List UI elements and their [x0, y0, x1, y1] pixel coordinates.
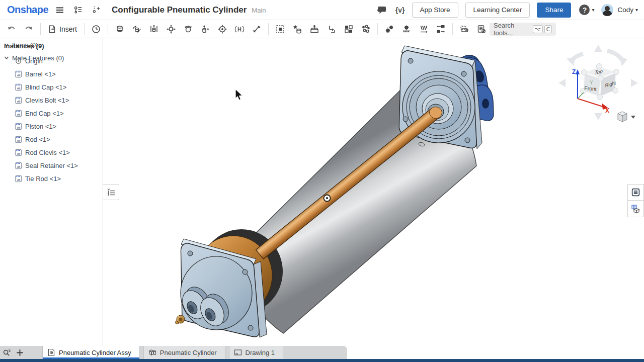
part-icon: [15, 83, 22, 91]
main-menu-icon[interactable]: [53, 4, 66, 17]
comment-icon[interactable]: [375, 4, 388, 17]
replicate-icon[interactable]: [325, 22, 339, 36]
cylindrical-mate-icon[interactable]: [198, 22, 212, 36]
rack-and-pinion-relation-icon[interactable]: [399, 22, 414, 36]
undo-icon[interactable]: [5, 22, 19, 36]
version-state-icon[interactable]: {v}: [395, 6, 405, 14]
instance-tie-rod-1[interactable]: Tie Rod <1>: [0, 172, 103, 185]
avatar[interactable]: [601, 4, 613, 16]
clevis-bolt-part[interactable]: [176, 315, 185, 324]
view-cube-top-label: Top: [594, 68, 603, 75]
part-icon: [15, 110, 22, 117]
help-icon[interactable]: ?: [579, 5, 590, 15]
chevron-down-icon: [631, 116, 635, 119]
revolute-mate-icon[interactable]: [130, 22, 144, 36]
instance-origin[interactable]: Origin: [0, 54, 103, 67]
group-icon[interactable]: [273, 22, 287, 36]
axis-z-label: Z: [572, 68, 576, 75]
instance-label: Barrel <1>: [25, 70, 56, 78]
part-icon: [15, 123, 22, 130]
bom-panel-button[interactable]: [627, 184, 644, 201]
roll-right-arrow: [607, 51, 623, 61]
instance-rod-1[interactable]: Rod <1>: [0, 133, 103, 146]
rod-part[interactable]: [256, 107, 442, 259]
parallel-mate-icon[interactable]: [232, 22, 247, 36]
assembly-icon: [47, 348, 55, 356]
help-chevron-icon[interactable]: ▾: [592, 7, 594, 13]
shortcut-key-alt: ⌥: [533, 25, 543, 33]
instance-label: Tie Rod <1>: [25, 175, 61, 183]
instance-seal-retainer-1[interactable]: Seal Retainer <1>: [0, 159, 103, 172]
slider-mate-icon[interactable]: [147, 22, 161, 36]
branch-icon[interactable]: [90, 4, 103, 17]
part-icon: [15, 175, 22, 183]
origin-marker[interactable]: [324, 195, 331, 202]
versions-icon[interactable]: [71, 4, 85, 17]
instance-label: Blind Cap <1>: [25, 83, 66, 91]
workspace-name[interactable]: Main: [252, 7, 266, 14]
barrel-part[interactable]: [245, 84, 476, 333]
share-button[interactable]: Share: [537, 3, 571, 18]
axis-x-label: X: [605, 107, 609, 114]
instance-piston-1[interactable]: Piston <1>: [0, 120, 103, 133]
app-store-button[interactable]: App Store: [412, 3, 458, 18]
tab-drawing-1[interactable]: Drawing 1: [229, 346, 284, 359]
footer-strip: [0, 359, 644, 362]
tab-manager-icon[interactable]: [0, 346, 13, 358]
mouse-cursor: [235, 89, 243, 100]
fastened-mate-icon[interactable]: [113, 22, 127, 36]
tab-pneumatic-cylinder[interactable]: Pneumatic Cylinder: [143, 346, 225, 359]
rotate-down-arrow: [594, 113, 602, 120]
explode-icon[interactable]: [359, 22, 373, 36]
redo-icon[interactable]: [22, 22, 36, 36]
instance-clevis-bolt-1[interactable]: Clevis Bolt <1>: [0, 94, 103, 107]
hidden-instances-icon[interactable]: [474, 22, 489, 36]
document-tab-bar: Pneumatic Cylinder Assy Pneumatic Cylind…: [0, 346, 644, 359]
instance-end-cap-1[interactable]: End Cap <1>: [0, 107, 103, 120]
view-cube-front-label: Front: [584, 85, 597, 92]
onshape-logo[interactable]: Onshape: [7, 4, 48, 16]
instance-rod-clevis-1[interactable]: Rod Clevis <1>: [0, 146, 103, 159]
smart-fasteners-icon[interactable]: [307, 22, 321, 36]
pin-slot-mate-icon[interactable]: [215, 22, 229, 36]
panel-flyout-toggle[interactable]: [103, 184, 119, 200]
rotate-right-arrow: [631, 79, 638, 87]
seal-retainer-part[interactable]: [195, 229, 283, 315]
rotate-up-arrow: [594, 45, 602, 52]
ball-mate-icon[interactable]: [181, 22, 195, 36]
mate-connector-icon[interactable]: [290, 22, 304, 36]
document-title[interactable]: Configurable Pneumatic Cylinder: [112, 5, 247, 15]
instance-barrel-1[interactable]: Barrel <1>: [0, 67, 103, 80]
end-cap-part[interactable]: [399, 46, 482, 149]
insert-button[interactable]: Insert: [44, 22, 81, 36]
instance-label: Clevis Bolt <1>: [25, 97, 69, 104]
tab-pneumatic-cylinder-assy[interactable]: Pneumatic Cylinder Assy: [42, 346, 140, 359]
pattern-icon[interactable]: [342, 22, 356, 36]
blind-cap-part[interactable]: [176, 239, 267, 337]
learning-center-button[interactable]: Learning Center: [465, 3, 530, 18]
tangent-mate-icon[interactable]: [250, 22, 264, 36]
view-mode-dropdown[interactable]: [618, 112, 635, 122]
user-name[interactable]: Cody: [617, 6, 633, 14]
tab-label: Drawing 1: [246, 349, 275, 356]
belt-relation-icon[interactable]: [434, 22, 448, 36]
view-cube-top-face: [584, 66, 616, 78]
section-view-icon[interactable]: [457, 22, 471, 36]
view-cube-right-face: [600, 72, 616, 97]
instance-label: Piston <1>: [25, 123, 56, 130]
mate-icon[interactable]: [89, 22, 103, 36]
part-icon: [15, 70, 22, 78]
gear-relation-icon[interactable]: [382, 22, 396, 36]
drawing-icon: [234, 348, 242, 356]
view-cube[interactable]: Top Front Right Y: [558, 45, 638, 120]
configuration-panel-button[interactable]: [627, 201, 644, 217]
instances-header: Instances (9): [4, 42, 44, 50]
screw-relation-icon[interactable]: [417, 22, 431, 36]
rod-clevis-part[interactable]: [454, 55, 494, 121]
planar-mate-icon[interactable]: [164, 22, 178, 36]
search-tools-input[interactable]: Search tools... ⌥ C: [490, 23, 556, 36]
shortcut-key-c: C: [544, 25, 552, 33]
instance-blind-cap-1[interactable]: Blind Cap <1>: [0, 80, 103, 94]
user-chevron-icon[interactable]: ▾: [635, 7, 638, 13]
add-tab-icon[interactable]: [13, 346, 26, 358]
